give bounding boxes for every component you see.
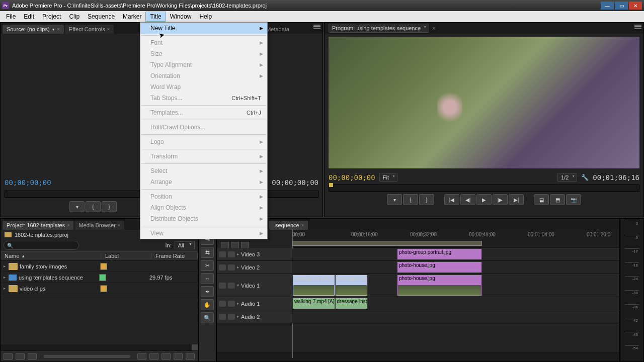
close-button[interactable]: ✕	[629, 2, 642, 10]
clip[interactable]: photo-group portrait.jpg	[397, 248, 482, 260]
col-name[interactable]: Name▲	[1, 253, 101, 259]
auto-bin-icon[interactable]	[137, 353, 146, 360]
lock-icon[interactable]	[228, 264, 235, 270]
clip[interactable]: dressage-instr	[335, 298, 368, 309]
tab-sequence[interactable]: sequence ×	[269, 221, 308, 230]
list-view-icon[interactable]	[4, 353, 13, 360]
project-row[interactable]: ▸ family story images	[1, 261, 198, 272]
zoom-slider[interactable]	[44, 355, 130, 358]
program-scrubber[interactable]	[329, 185, 639, 192]
close-icon[interactable]: ×	[432, 25, 435, 31]
lock-icon[interactable]	[228, 301, 235, 307]
menu-edit[interactable]: Edit	[20, 12, 38, 21]
program-sequence-select[interactable]: Program: using templates sequence	[329, 24, 429, 33]
clip[interactable]: walking-7.mp4 [A]	[292, 298, 335, 309]
project-search-input[interactable]: 🔍	[4, 241, 79, 250]
maximize-button[interactable]: ▭	[615, 2, 628, 10]
project-in-select[interactable]: All	[175, 241, 195, 249]
tab-source[interactable]: Source: (no clips) ▼ ×	[3, 25, 64, 34]
twisty-icon[interactable]: ▸	[1, 275, 9, 280]
col-label[interactable]: Label	[101, 253, 151, 259]
program-viewer[interactable]	[329, 37, 639, 168]
step-fwd-button[interactable]: |▶	[493, 194, 508, 205]
add-marker-button[interactable]: ▾	[387, 194, 402, 205]
twisty-icon[interactable]: ▸	[1, 286, 9, 291]
track-head-a2[interactable]: ▸Audio 2	[217, 310, 292, 323]
eye-icon[interactable]	[219, 251, 226, 257]
source-tc-in[interactable]: 00;00;00;00	[5, 178, 51, 187]
col-framerate[interactable]: Frame Rate	[151, 253, 198, 259]
label-swatch[interactable]	[100, 263, 107, 270]
extract-button[interactable]: ⬒	[550, 194, 565, 205]
speaker-icon[interactable]	[219, 314, 226, 320]
track-head-v1[interactable]: ▾Video 1	[217, 274, 292, 297]
zoom-tool[interactable]: 🔍	[201, 312, 214, 323]
tab-project[interactable]: Project: 1602-templates ×	[3, 221, 73, 230]
track-v3[interactable]: photo-group portrait.jpg	[292, 248, 619, 261]
menu-clip[interactable]: Clip	[65, 12, 84, 21]
mark-in-button[interactable]: {	[403, 194, 418, 205]
close-icon[interactable]: ×	[57, 27, 60, 32]
close-icon[interactable]: ×	[67, 223, 69, 228]
lock-icon[interactable]	[228, 251, 235, 257]
close-icon[interactable]: ×	[107, 27, 110, 32]
find-icon[interactable]	[149, 353, 158, 360]
icon-view-icon[interactable]	[16, 353, 25, 360]
lock-icon[interactable]	[228, 314, 235, 320]
menu-item-new-title[interactable]: New Title▶	[140, 23, 267, 34]
menu-project[interactable]: Project	[38, 12, 65, 21]
track-head-v3[interactable]: ▸Video 3	[217, 248, 292, 261]
clip[interactable]: photo-house.jpg	[397, 261, 482, 273]
menu-sequence[interactable]: Sequence	[84, 12, 119, 21]
menu-marker[interactable]: Marker	[119, 12, 145, 21]
track-a2[interactable]	[292, 310, 619, 323]
track-v1[interactable]: walking-7.mp4 [V]dressage-instrphoto-hou…	[292, 274, 619, 297]
mark-out-button[interactable]: }	[419, 194, 434, 205]
go-to-in-button[interactable]: |◀	[444, 194, 459, 205]
playhead-icon[interactable]	[329, 183, 333, 187]
label-swatch[interactable]	[99, 274, 106, 281]
new-item-icon[interactable]	[174, 353, 183, 360]
clip[interactable]: walking-7.mp4 [V]	[292, 275, 335, 296]
track-a1[interactable]: walking-7.mp4 [A]dressage-instr	[292, 297, 619, 310]
clip[interactable]: dressage-instr	[335, 275, 368, 296]
ripple-edit-tool[interactable]: ⇆	[201, 247, 214, 258]
lock-icon[interactable]	[228, 283, 235, 289]
minimize-button[interactable]: —	[601, 2, 614, 10]
track-content[interactable]: photo-group portrait.jpg photo-house.jpg…	[292, 248, 619, 352]
panel-menu-icon[interactable]	[313, 25, 320, 30]
eye-icon[interactable]	[219, 283, 226, 289]
timeline-ruler[interactable]: 00;0000;00;16;0000;00;32;0000;00;48;0000…	[292, 230, 619, 248]
label-swatch[interactable]	[100, 285, 107, 292]
panel-menu-icon[interactable]	[634, 25, 641, 30]
project-row[interactable]: ▸ video clips	[1, 283, 198, 294]
delete-icon[interactable]	[186, 353, 195, 360]
freeform-view-icon[interactable]	[28, 353, 37, 360]
play-button[interactable]: ▶	[476, 194, 492, 205]
menu-title[interactable]: Title	[145, 12, 166, 22]
eye-icon[interactable]	[219, 264, 226, 270]
menu-help[interactable]: Help	[195, 12, 216, 21]
track-head-v2[interactable]: ▸Video 2	[217, 261, 292, 274]
mark-out-button[interactable]: }	[102, 201, 117, 212]
program-tc-current[interactable]: 00;00;00;00	[329, 173, 375, 182]
twisty-icon[interactable]: ▸	[1, 264, 9, 268]
settings-icon[interactable]: 🔧	[581, 174, 589, 181]
menu-window[interactable]: Window	[166, 12, 196, 21]
close-icon[interactable]: ×	[118, 223, 120, 228]
step-back-button[interactable]: ◀|	[460, 194, 475, 205]
track-head-a1[interactable]: ▸Audio 1	[217, 297, 292, 310]
dropdown-icon[interactable]: ▼	[52, 28, 55, 31]
go-to-out-button[interactable]: ▶|	[509, 194, 524, 205]
export-frame-button[interactable]: 📷	[566, 194, 581, 205]
pen-tool[interactable]: ✒	[201, 286, 214, 297]
lift-button[interactable]: ⬓	[534, 194, 549, 205]
speaker-icon[interactable]	[219, 301, 226, 307]
mark-in-button[interactable]: {	[86, 201, 101, 212]
new-bin-icon[interactable]	[162, 353, 171, 360]
hand-tool[interactable]: ✋	[201, 299, 214, 310]
project-row[interactable]: ▸ using templates sequence 29.97 fps	[1, 272, 198, 283]
add-marker-button[interactable]: ▾	[69, 201, 85, 212]
tab-effect-controls[interactable]: Effect Controls ×	[65, 25, 114, 34]
scrollbar-thumb[interactable]	[192, 344, 198, 350]
